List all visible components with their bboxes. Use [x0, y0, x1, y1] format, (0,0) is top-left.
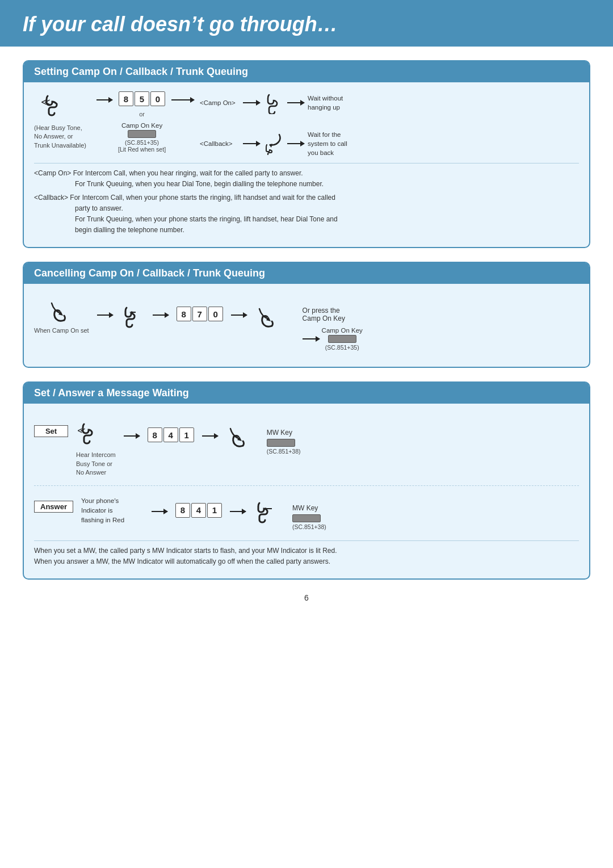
note-callback: <Callback> For Intercom Call, when your …	[34, 194, 335, 202]
s3-mw-key-set: MW Key (SC.851+38)	[267, 418, 301, 455]
s1-notes: <Camp On> For Intercom Call, when you he…	[34, 163, 579, 236]
s2-arrow1	[97, 297, 113, 317]
s3-note2: When you answer a MW, the MW Indicator w…	[34, 556, 579, 567]
s3-phone-hangup-set	[226, 418, 254, 453]
callback-tag: <Callback>	[200, 140, 240, 147]
note-callback3: For Trunk Queuing, when your phone start…	[75, 215, 338, 223]
s1-nums: 8 5 0	[119, 91, 165, 106]
s1-camp-on-branch: <Camp On> Wait withouthanging up	[200, 91, 347, 114]
s3-hear-label: Hear IntercomBusy Tone orNo Answer	[76, 451, 116, 477]
s3-mw-key-btn1	[267, 439, 295, 447]
s2-main-diagram: When Camp On set	[34, 293, 579, 355]
s3-arrow4	[230, 494, 246, 514]
s3-phone-ringing-icon: ≪	[76, 421, 101, 449]
note-camp-on: <Camp On> For Intercom Call, when you he…	[34, 169, 303, 177]
page-number: 6	[23, 593, 590, 602]
s1-lit-red: [Lit Red when set]	[118, 146, 166, 153]
section-cancelling-camp-on: Cancelling Camp On / Callback / Trunk Qu…	[23, 262, 590, 368]
camp-on-tag: <Camp On>	[200, 99, 240, 106]
s3-mw-key-btn2	[292, 514, 321, 522]
section-message-waiting: Set / Answer a Message Waiting Set ≪ Hea…	[23, 381, 590, 580]
section-setting-camp-on: Setting Camp On / Callback / Trunk Queui…	[23, 60, 590, 248]
phone-icon2	[121, 304, 145, 330]
s1-branch: <Camp On> Wait withouthanging up <Callba…	[200, 91, 347, 157]
s3-phone-ringing: ≪ Hear IntercomBusy Tone orNo Answer	[76, 418, 116, 477]
s2-camp-on-key-label: Camp On Key	[322, 327, 363, 334]
phone-callback-icon	[263, 132, 284, 155]
s3-arrow3	[152, 494, 167, 514]
page-title: If your call doesn’t go through…	[23, 12, 590, 36]
s1-hear-label: (Hear Busy Tone,No Answer, orTrunk Unava…	[34, 124, 86, 150]
s3-answer-label: Answer	[34, 501, 73, 513]
s2-phone-hangup: When Camp On set	[34, 297, 89, 334]
s1-middle: 8 5 0 or Camp On Key (SC.851+35) [Li	[118, 91, 166, 153]
note-camp-on2: For Trunk Queuing, when you hear Dial To…	[75, 180, 324, 188]
s2-arrow3	[231, 297, 247, 317]
s1-left: ≪ (Hear Busy Tone,No Answer, orTrunk Una…	[34, 91, 91, 150]
s3-set-label: Set	[34, 425, 68, 437]
svg-text:≪: ≪	[41, 97, 51, 107]
s1-arrow1	[96, 91, 112, 100]
section2-body: When Camp On set	[24, 290, 589, 358]
s1-or-branch: or	[139, 108, 145, 118]
s3-set-row: Set ≪ Hear IntercomBusy Tone orNo Answer	[34, 413, 579, 485]
s3-sc-code2: (SC.851+38)	[292, 523, 326, 530]
s1-phone-busy: ≪	[40, 91, 69, 123]
s3-mw-key-answer: MW Key (SC.851+38)	[292, 494, 326, 530]
s2-when-label: When Camp On set	[34, 327, 89, 334]
s3-answer-row: Answer Your phone'sIndicator isflashing …	[34, 486, 579, 536]
s2-nums: 8 7 0	[177, 297, 223, 321]
section1-header: Setting Camp On / Callback / Trunk Queui…	[24, 61, 589, 82]
s3-nums-set: 8 4 1	[148, 418, 194, 442]
section3-header: Set / Answer a Message Waiting	[24, 383, 589, 404]
page-header: If your call doesn’t go through…	[0, 0, 613, 47]
s1-arrow2	[171, 91, 194, 100]
note-callback4: begin dialling the telephone number.	[75, 226, 184, 234]
note-callback2: party to answer.	[75, 204, 123, 212]
s3-phone-hangup-set-icon	[226, 423, 254, 451]
s2-sc-code: (SC.851+35)	[325, 344, 359, 351]
s2-arrow2	[153, 297, 169, 317]
phone-busy-icon: ≪	[40, 91, 69, 121]
phone-hangup-icon	[47, 297, 75, 326]
phone-result-icon	[255, 303, 283, 332]
s3-answer-label-box: Answer	[34, 494, 73, 513]
s3-note1: When you set a MW, the called party s MW…	[34, 546, 579, 556]
s3-phone-answer	[254, 494, 280, 530]
s2-phone2	[121, 297, 145, 332]
svg-text:≪: ≪	[77, 426, 86, 435]
s1-wait-callback: Wait for thesystem to callyou back	[308, 130, 347, 157]
phone-camp-on-icon	[263, 91, 284, 114]
s2-camp-on-key-block: Or press theCamp On Key Camp On Key (SC.…	[303, 297, 363, 351]
s3-sc-code1: (SC.851+38)	[267, 448, 301, 455]
s3-arrow1	[124, 418, 140, 438]
main-content: Setting Camp On / Callback / Trunk Queui…	[0, 60, 613, 619]
s2-phone-result	[255, 297, 283, 333]
section3-body: Set ≪ Hear IntercomBusy Tone orNo Answer	[24, 409, 589, 569]
s3-set-label-box: Set	[34, 418, 68, 437]
s2-camp-on-key-btn	[328, 335, 356, 343]
s3-mw-key-label1: MW Key	[267, 429, 292, 437]
s3-indicator-label: Your phone'sIndicator isflashing in Red	[81, 494, 144, 526]
section1-body: ≪ (Hear Busy Tone,No Answer, orTrunk Una…	[24, 88, 589, 238]
s1-callback-branch: <Callback> Wait for thesystem to callyou…	[200, 130, 347, 157]
s1-camp-on-key: Camp On Key (SC.851+35) [Lit Red when se…	[118, 122, 166, 153]
camp-on-key-button	[128, 130, 156, 138]
s1-sc-code: (SC.851+35)	[125, 139, 159, 146]
s3-arrow2	[202, 418, 218, 438]
s3-notes: When you set a MW, the called party s MW…	[34, 540, 579, 567]
s1-wait-no-hangup: Wait withouthanging up	[308, 94, 343, 112]
s3-phone-answer-icon	[254, 500, 280, 528]
section2-header: Cancelling Camp On / Callback / Trunk Qu…	[24, 263, 589, 284]
s3-mw-key-label2: MW Key	[292, 504, 318, 512]
s3-nums-answer: 8 4 1	[175, 494, 222, 518]
section1-main-diagram: ≪ (Hear Busy Tone,No Answer, orTrunk Una…	[34, 91, 579, 157]
